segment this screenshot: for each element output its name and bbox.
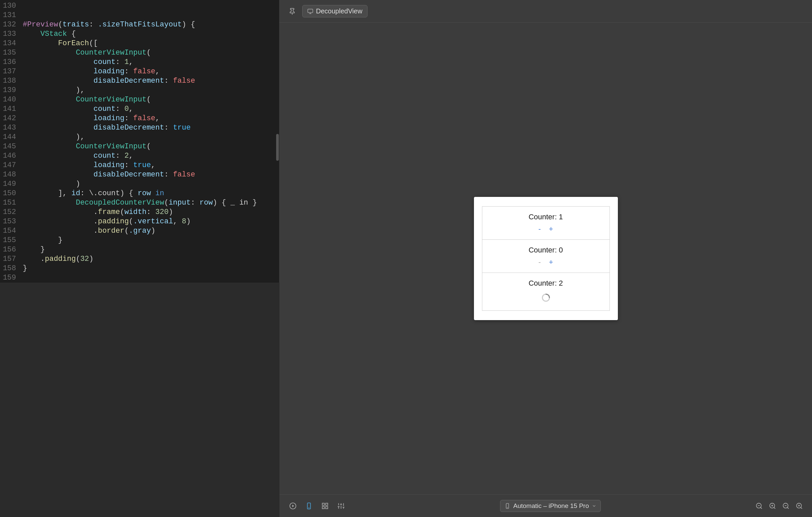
line-content[interactable]: [23, 1, 27, 11]
line-number: 131: [0, 11, 23, 20]
line-content[interactable]: count: 1,: [23, 58, 133, 67]
line-content[interactable]: disableDecrement: true: [23, 123, 191, 133]
grid-button[interactable]: [318, 499, 332, 513]
line-content[interactable]: }: [23, 264, 27, 273]
code-editor: 130 131 132#Preview(traits: .sizeThatFit…: [0, 0, 280, 517]
preview-bottom-bar: Automatic – iPhone 15 Pro: [280, 494, 812, 517]
zoom-controls: [753, 500, 805, 512]
line-content[interactable]: CounterViewInput(: [23, 142, 151, 151]
line-content[interactable]: ForEach([: [23, 39, 98, 48]
line-content[interactable]: [23, 11, 27, 20]
zoom-in-button[interactable]: [766, 500, 779, 512]
bottom-left-controls: [286, 499, 348, 513]
code-line: 148 disableDecrement: false: [0, 170, 279, 179]
line-number: 157: [0, 255, 23, 263]
code-line: 135 CounterViewInput(: [0, 48, 279, 58]
zoom-reset-button[interactable]: [793, 500, 805, 512]
line-content[interactable]: .padding(32): [23, 255, 93, 264]
line-content[interactable]: .frame(width: 320): [23, 208, 173, 217]
line-number: 155: [0, 236, 23, 245]
code-line: 158}: [0, 264, 279, 273]
counter-title: Counter: 2: [488, 279, 604, 288]
svg-line-25: [760, 507, 762, 509]
device-selector[interactable]: Automatic – iPhone 15 Pro: [500, 500, 601, 512]
code-line: 130: [0, 1, 279, 11]
code-line: 140 CounterViewInput(: [0, 95, 279, 105]
line-content[interactable]: loading: false,: [23, 67, 160, 76]
line-number: 140: [0, 95, 23, 104]
code-line: 131: [0, 11, 279, 20]
code-line: 147 loading: true,: [0, 161, 279, 170]
line-content[interactable]: }: [23, 236, 63, 245]
decrement-button[interactable]: -: [538, 258, 541, 266]
line-number: 139: [0, 86, 23, 94]
counter-card: Counter: 0-+: [482, 240, 610, 273]
code-line: 139 ),: [0, 86, 279, 95]
line-content[interactable]: }: [23, 245, 45, 255]
line-content[interactable]: ): [23, 179, 80, 189]
line-content[interactable]: CounterViewInput(: [23, 95, 151, 105]
zoom-out-button[interactable]: [780, 500, 792, 512]
device-icon-button[interactable]: [302, 499, 316, 513]
line-content[interactable]: DecoupledCounterView(input: row) { _ in …: [23, 198, 257, 208]
code-line: 137 loading: false,: [0, 67, 279, 76]
preview-canvas: Counter: 1-+Counter: 0-+Counter: 2: [280, 23, 812, 494]
code-line: 134 ForEach([: [0, 39, 279, 48]
line-number: 148: [0, 170, 23, 179]
counter-controls: -+: [488, 258, 604, 266]
svg-rect-11: [322, 506, 324, 508]
code-line: 142 loading: false,: [0, 114, 279, 123]
line-number: 136: [0, 58, 23, 66]
increment-button[interactable]: +: [549, 225, 553, 233]
code-line: 138 disableDecrement: false: [0, 76, 279, 86]
code-line: 159: [0, 273, 279, 283]
svg-marker-6: [292, 505, 294, 507]
line-content[interactable]: disableDecrement: false: [23, 76, 195, 86]
decrement-button[interactable]: -: [538, 225, 541, 233]
code-line: 155 }: [0, 236, 279, 245]
line-content[interactable]: loading: true,: [23, 161, 155, 170]
line-number: 150: [0, 189, 23, 198]
line-content[interactable]: #Preview(traits: .sizeThatFitsLayout) {: [23, 20, 195, 29]
code-line: 150 ], id: \.count) { row in: [0, 189, 279, 198]
line-number: 151: [0, 199, 23, 207]
line-number: 145: [0, 142, 23, 151]
counter-card: Counter: 2: [482, 273, 610, 311]
increment-button[interactable]: +: [549, 258, 553, 266]
line-number: 133: [0, 30, 23, 38]
settings-sliders-button[interactable]: [335, 499, 348, 513]
line-number: 147: [0, 161, 23, 169]
line-content[interactable]: disableDecrement: false: [23, 170, 195, 179]
code-line: 152 .frame(width: 320): [0, 208, 279, 217]
line-content[interactable]: count: 0,: [23, 105, 133, 114]
line-content[interactable]: [23, 273, 27, 283]
svg-line-35: [801, 507, 802, 509]
line-content[interactable]: ),: [23, 133, 85, 142]
code-line: 141 count: 0,: [0, 105, 279, 114]
line-content[interactable]: VStack {: [23, 29, 76, 39]
line-content[interactable]: .border(.gray): [23, 226, 155, 236]
line-number: 152: [0, 208, 23, 216]
loading-spinner: [488, 291, 604, 305]
pin-button[interactable]: [286, 5, 298, 18]
line-content[interactable]: CounterViewInput(: [23, 48, 151, 58]
svg-line-32: [787, 507, 789, 509]
play-button[interactable]: [286, 499, 299, 513]
line-content[interactable]: ], id: \.count) { row in: [23, 189, 164, 198]
svg-rect-10: [326, 503, 328, 505]
line-content[interactable]: .padding(.vertical, 8): [23, 217, 191, 226]
code-line: 133 VStack {: [0, 29, 279, 39]
zoom-fit-button[interactable]: [753, 500, 765, 512]
svg-rect-1: [308, 9, 313, 13]
line-content[interactable]: count: 2,: [23, 151, 133, 161]
decoupled-tab-label: DecoupledView: [316, 7, 362, 15]
svg-rect-12: [326, 506, 328, 508]
line-content[interactable]: ),: [23, 86, 85, 95]
code-line: 151 DecoupledCounterView(input: row) { _…: [0, 198, 279, 208]
svg-rect-9: [322, 503, 324, 505]
decoupled-view-tab[interactable]: DecoupledView: [302, 5, 368, 18]
preview-white-box: Counter: 1-+Counter: 0-+Counter: 2: [474, 197, 618, 320]
code-line: 157 .padding(32): [0, 255, 279, 264]
line-number: 149: [0, 180, 23, 188]
line-content[interactable]: loading: false,: [23, 114, 160, 123]
